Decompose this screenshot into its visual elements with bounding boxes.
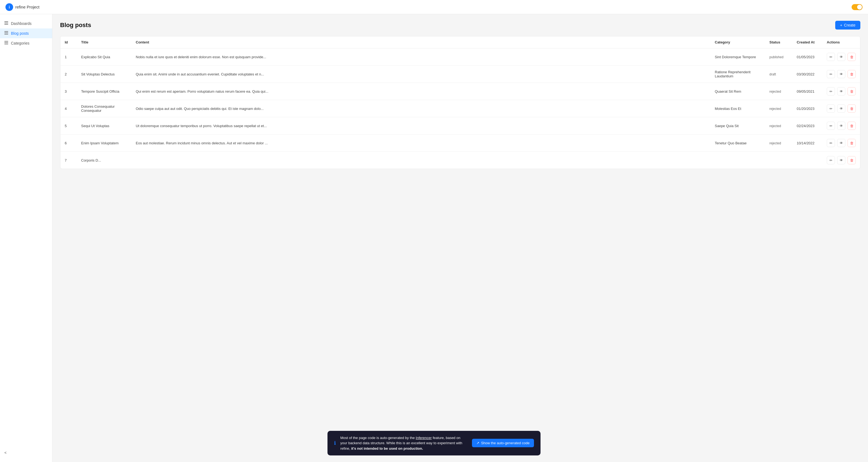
cell-actions: ✏ 👁 🗑 <box>823 152 860 169</box>
cell-category: Molestias Eos Et <box>710 100 765 117</box>
app-logo: i <box>5 3 13 11</box>
edit-button[interactable]: ✏ <box>827 87 835 95</box>
cell-title: Sit Voluptas Delectus <box>77 66 131 83</box>
delete-button[interactable]: 🗑 <box>847 70 856 78</box>
cell-status: draft <box>765 66 792 83</box>
theme-toggle[interactable] <box>851 4 863 10</box>
view-button[interactable]: 👁 <box>837 122 845 130</box>
logo-area: i refine Project <box>5 3 39 11</box>
delete-button[interactable]: 🗑 <box>847 87 856 95</box>
cell-actions: ✏ 👁 🗑 <box>823 117 860 135</box>
sidebar-item-dashboards[interactable]: Dashboards <box>0 19 52 28</box>
cell-content: Nobis nulla et iure quos et deleniti eni… <box>131 48 710 66</box>
edit-button[interactable]: ✏ <box>827 156 835 164</box>
cell-id: 6 <box>60 135 77 152</box>
cell-id: 3 <box>60 83 77 100</box>
cell-status: rejected <box>765 117 792 135</box>
cell-category: Saepe Quia Sit <box>710 117 765 135</box>
cell-status: published <box>765 48 792 66</box>
cell-title: Enim Ipsam Voluptatem <box>77 135 131 152</box>
top-bar: i refine Project <box>0 0 868 14</box>
cell-created-at <box>792 152 823 169</box>
cell-id: 5 <box>60 117 77 135</box>
cell-status: rejected <box>765 83 792 100</box>
table-row: 6 Enim Ipsam Voluptatem Eos aut molestia… <box>60 135 860 152</box>
external-link-icon: ↗ <box>476 441 479 445</box>
cell-created-at: 09/05/2021 <box>792 83 823 100</box>
view-button[interactable]: 👁 <box>837 70 845 78</box>
table-header-row: Id Title Content Category Status Created… <box>60 36 860 48</box>
view-button[interactable]: 👁 <box>837 156 845 164</box>
cell-actions: ✏ 👁 🗑 <box>823 48 860 66</box>
table-row: 7 Corporis D... ✏ 👁 🗑 <box>60 152 860 169</box>
cell-actions: ✏ 👁 🗑 <box>823 83 860 100</box>
view-button[interactable]: 👁 <box>837 105 845 113</box>
cell-content: Ut doloremque consequatur temporibus ut … <box>131 117 710 135</box>
delete-button[interactable]: 🗑 <box>847 53 856 61</box>
table-row: 1 Explicabo Sit Quia Nobis nulla et iure… <box>60 48 860 66</box>
create-button[interactable]: + Create <box>835 21 860 30</box>
cell-content: Qui enim est rerum est aperiam. Porro vo… <box>131 83 710 100</box>
cell-created-at: 01/20/2023 <box>792 100 823 117</box>
cell-actions: ✏ 👁 🗑 <box>823 135 860 152</box>
cell-status: rejected <box>765 100 792 117</box>
view-button[interactable]: 👁 <box>837 139 845 147</box>
table-row: 5 Sequi Ut Voluptas Ut doloremque conseq… <box>60 117 860 135</box>
col-header-content: Content <box>131 36 710 48</box>
cell-status <box>765 152 792 169</box>
page-title: Blog posts <box>60 22 91 29</box>
cell-status: rejected <box>765 135 792 152</box>
main-layout: Dashboards Blog posts Categories < Blog … <box>0 14 868 462</box>
sidebar-item-blog-posts[interactable]: Blog posts <box>0 28 52 38</box>
sidebar-collapse-button[interactable]: < <box>0 448 52 458</box>
delete-button[interactable]: 🗑 <box>847 156 856 164</box>
edit-button[interactable]: ✏ <box>827 122 835 130</box>
col-header-category: Category <box>710 36 765 48</box>
hamburger-icon <box>4 21 9 26</box>
cell-title: Tempore Suscipit Officia <box>77 83 131 100</box>
cell-id: 4 <box>60 100 77 117</box>
cell-title: Dolores Consequatur Consequatur <box>77 100 131 117</box>
cell-content: Quia enim sit. Animi unde in aut accusan… <box>131 66 710 83</box>
cell-id: 2 <box>60 66 77 83</box>
cell-category: Quaerat Sit Rem <box>710 83 765 100</box>
edit-button[interactable]: ✏ <box>827 105 835 113</box>
cell-category <box>710 152 765 169</box>
cell-title: Explicabo Sit Quia <box>77 48 131 66</box>
cell-actions: ✏ 👁 🗑 <box>823 100 860 117</box>
list-icon <box>4 31 9 35</box>
table-row: 2 Sit Voluptas Delectus Quia enim sit. A… <box>60 66 860 83</box>
delete-button[interactable]: 🗑 <box>847 139 856 147</box>
delete-button[interactable]: 🗑 <box>847 105 856 113</box>
sidebar-item-categories[interactable]: Categories <box>0 38 52 48</box>
main-content: Blog posts + Create Id Title Content Cat… <box>53 14 868 462</box>
page-header: Blog posts + Create <box>60 21 860 30</box>
edit-button[interactable]: ✏ <box>827 70 835 78</box>
delete-button[interactable]: 🗑 <box>847 122 856 130</box>
view-button[interactable]: 👁 <box>837 87 845 95</box>
sidebar: Dashboards Blog posts Categories < <box>0 14 53 462</box>
col-header-created-at: Created At <box>792 36 823 48</box>
view-button[interactable]: 👁 <box>837 53 845 61</box>
notification-banner: ℹ Most of the page code is auto-generate… <box>328 431 540 456</box>
col-header-actions: Actions <box>823 36 860 48</box>
show-code-button[interactable]: ↗ Show the auto-generated code <box>472 439 534 447</box>
cell-content: Eos aut molestiae. Rerum incidunt minus … <box>131 135 710 152</box>
cell-title: Corporis D... <box>77 152 131 169</box>
blog-posts-table: Id Title Content Category Status Created… <box>60 36 860 169</box>
notification-text: Most of the page code is auto-generated … <box>340 435 468 451</box>
category-icon <box>4 41 9 46</box>
cell-id: 7 <box>60 152 77 169</box>
col-header-id: Id <box>60 36 77 48</box>
inferencer-link[interactable]: Inferencer <box>416 436 432 440</box>
cell-category: Tenetur Quo Beatae <box>710 135 765 152</box>
cell-category: Ratione Reprehenderit Laudantium <box>710 66 765 83</box>
cell-title: Sequi Ut Voluptas <box>77 117 131 135</box>
cell-content: Odio saepe culpa aut aut odit. Quo persp… <box>131 100 710 117</box>
cell-created-at: 01/05/2023 <box>792 48 823 66</box>
col-header-status: Status <box>765 36 792 48</box>
edit-button[interactable]: ✏ <box>827 139 835 147</box>
cell-content <box>131 152 710 169</box>
edit-button[interactable]: ✏ <box>827 53 835 61</box>
col-header-title: Title <box>77 36 131 48</box>
